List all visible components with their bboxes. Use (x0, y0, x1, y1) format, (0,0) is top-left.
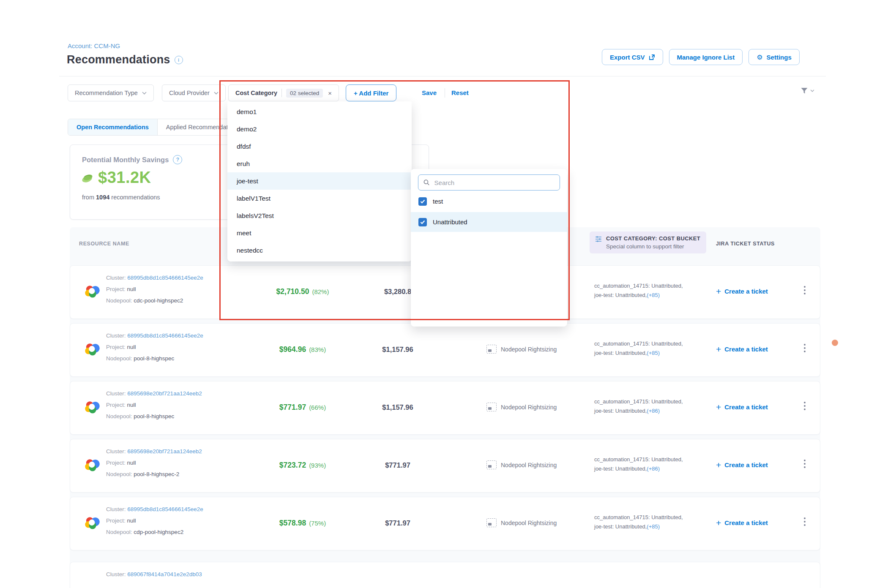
row-menu-button[interactable] (804, 517, 806, 526)
account-breadcrumb[interactable]: Account: CCM-NG (68, 42, 120, 49)
more-buckets-link[interactable]: (+85) (647, 350, 660, 356)
cloud-provider-label: Cloud Provider (169, 90, 210, 96)
plus-icon: + (716, 460, 721, 469)
save-filter-button[interactable]: Save (422, 89, 437, 96)
more-buckets-link[interactable]: (+86) (647, 408, 660, 414)
cost-category-cell: cc_automation_14715: Unattributed,joe-te… (594, 339, 683, 358)
row-menu-button[interactable] (804, 460, 806, 468)
resource-name-cell: Cluster: 6895698e20bf721aa124eeb2Project… (106, 388, 202, 422)
monthly-cost-cell: $771.97 (360, 519, 436, 527)
cost-bucket-dropdown: testUnattributed (411, 169, 567, 327)
bucket-option-label: test (433, 198, 443, 205)
savings-amount: $31.2K (98, 169, 151, 187)
resource-name-cell: Cluster: 689067f8414a7041e2e2db03 (106, 569, 202, 580)
cost-category-chip-label: Cost Category (235, 90, 277, 96)
cluster-link[interactable]: 689067f8414a7041e2e2db03 (127, 571, 202, 577)
dropdown-item-meet[interactable]: meet (227, 224, 412, 242)
cluster-link[interactable]: 6895698e20bf721aa124eeb2 (127, 390, 202, 397)
cost-category-dropdown: demo1demo2dfdsferuhjoe-testlabelV1Testla… (227, 101, 412, 261)
settings-button[interactable]: ⚙ Settings (748, 49, 800, 65)
bucket-search-input[interactable] (434, 179, 554, 187)
link-divider (445, 88, 445, 98)
info-icon[interactable]: i (175, 56, 183, 64)
search-icon (423, 179, 430, 186)
cost-category-filter-chip[interactable]: Cost Category 02 selected × (228, 84, 339, 101)
nodepool-icon (486, 518, 497, 527)
dropdown-item-labelV1Test[interactable]: labelV1Test (227, 190, 412, 207)
dropdown-item-eruh[interactable]: eruh (227, 155, 412, 172)
cluster-link[interactable]: 68995db8d1c854666145ee2e (127, 275, 203, 281)
create-ticket-button[interactable]: +Create a ticket (716, 345, 768, 354)
side-widget-dot[interactable] (832, 340, 838, 346)
column-header-resource-name: RESOURCE NAME (79, 241, 129, 247)
create-ticket-button[interactable]: +Create a ticket (716, 518, 768, 527)
savings-card-title: Potential Monthly Savings (82, 156, 169, 164)
funnel-icon (800, 87, 809, 95)
add-filter-button[interactable]: + Add Filter (346, 84, 396, 101)
create-ticket-button[interactable]: +Create a ticket (716, 460, 768, 469)
row-menu-button[interactable] (804, 344, 806, 352)
recommendation-type-label: Recommendation Type (75, 90, 138, 96)
column-header-cost-category[interactable]: COST CATEGORY: COST BUCKET Special colum… (590, 231, 706, 253)
dropdown-item-demo2[interactable]: demo2 (227, 120, 412, 138)
plus-icon: + (716, 518, 721, 527)
recommendation-type-cell: Nodepool Rightsizing (486, 345, 557, 354)
resource-name-cell: Cluster: 68995db8d1c854666145ee2eProject… (106, 272, 203, 306)
dropdown-item-labelsV2Test[interactable]: labelsV2Test (227, 207, 412, 224)
monthly-savings-cell: $2,710.50(82%) (256, 287, 349, 296)
more-buckets-link[interactable]: (+85) (647, 523, 660, 530)
bucket-option-label: Unattributed (433, 218, 467, 226)
more-buckets-link[interactable]: (+86) (647, 466, 660, 472)
page-title-row: Recommendations i (67, 53, 183, 66)
resource-name-cell: Cluster: 68995db8d1c854666145ee2eProject… (106, 504, 203, 538)
dropdown-item-dfdsf[interactable]: dfdsf (227, 138, 412, 155)
clear-filter-icon[interactable]: × (328, 90, 332, 97)
cluster-link[interactable]: 68995db8d1c854666145ee2e (127, 332, 203, 339)
table-row: Cluster: 68995db8d1c854666145ee2eProject… (70, 323, 820, 377)
nodepool-icon (486, 460, 497, 469)
plus-icon: + (716, 403, 721, 411)
monthly-cost-cell: $1,157.96 (360, 346, 436, 354)
dropdown-item-nestedcc[interactable]: nestedcc (227, 242, 412, 259)
tab-open-recommendations[interactable]: Open Recommendations (68, 119, 157, 135)
create-ticket-button[interactable]: +Create a ticket (716, 403, 768, 411)
cluster-link[interactable]: 68995db8d1c854666145ee2e (127, 506, 203, 512)
column-header-jira-status: JIRA TICKET STATUS (716, 241, 775, 247)
recommendation-type-filter[interactable]: Recommendation Type (68, 84, 154, 101)
row-menu-button[interactable] (804, 286, 806, 294)
cost-category-cell: cc_automation_14715: Unattributed,joe-te… (594, 397, 683, 416)
header-actions: Export CSV Manage Ignore List ⚙ Settings (602, 49, 800, 65)
manage-ignore-list-button[interactable]: Manage Ignore List (669, 49, 743, 65)
checkbox-checked-icon[interactable] (418, 197, 427, 206)
filter-panel-toggle[interactable] (800, 87, 814, 95)
gcp-cloud-icon (84, 515, 101, 532)
dropdown-item-demo1[interactable]: demo1 (227, 103, 412, 120)
gcp-cloud-icon (84, 341, 101, 358)
reset-filter-button[interactable]: Reset (451, 89, 469, 96)
money-icon (81, 172, 94, 183)
more-buckets-link[interactable]: (+85) (647, 292, 660, 298)
savings-amount-row: $31.2K (81, 169, 151, 187)
row-menu-button[interactable] (804, 402, 806, 410)
cloud-provider-filter[interactable]: Cloud Provider (162, 84, 226, 101)
bucket-option-test[interactable]: test (411, 191, 567, 211)
export-csv-button[interactable]: Export CSV (602, 49, 663, 65)
external-link-icon (649, 54, 655, 60)
sliders-icon (595, 235, 602, 243)
resource-name-cell: Cluster: 68995db8d1c854666145ee2eProject… (106, 330, 203, 364)
chevron-down-icon (810, 90, 814, 92)
settings-label: Settings (767, 54, 792, 61)
checkbox-checked-icon[interactable] (418, 218, 427, 226)
dropdown-item-joe-test[interactable]: joe-test (227, 172, 412, 190)
help-icon[interactable]: ? (173, 155, 182, 164)
bucket-option-Unattributed[interactable]: Unattributed (411, 212, 567, 232)
recommendations-page: Account: CCM-NG Recommendations i Export… (0, 0, 885, 588)
monthly-savings-cell: $771.97(66%) (256, 403, 349, 412)
create-ticket-button[interactable]: +Create a ticket (716, 287, 768, 296)
chip-divider (281, 89, 282, 97)
cost-category-cell: cc_automation_14715: Unattributed,joe-te… (594, 513, 683, 531)
cluster-link[interactable]: 6895698e20bf721aa124eeb2 (127, 448, 202, 455)
add-filter-label: + Add Filter (354, 90, 388, 97)
gcp-cloud-icon (84, 399, 101, 416)
nodepool-icon (486, 345, 497, 354)
